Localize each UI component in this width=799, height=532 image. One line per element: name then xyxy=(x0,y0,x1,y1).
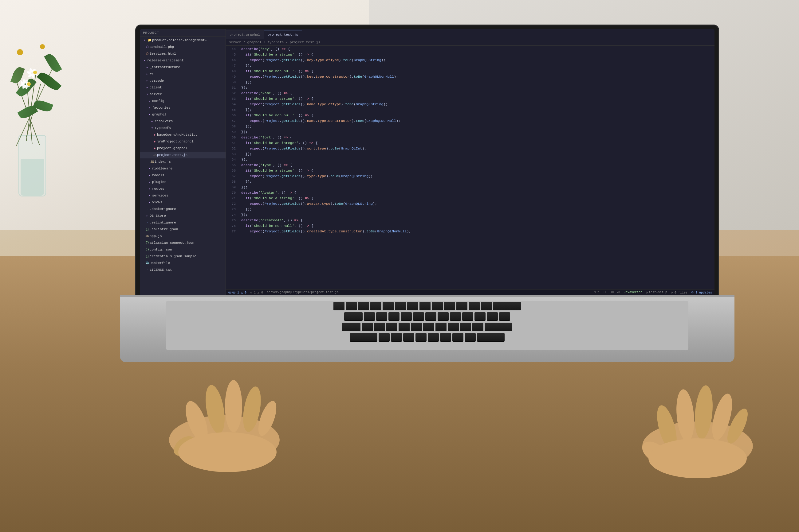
tree-item-middleware[interactable]: ▸ middleware xyxy=(140,165,225,172)
key[interactable] xyxy=(456,302,468,310)
key[interactable] xyxy=(435,323,447,331)
tree-item-atlassian[interactable]: {} atlassian-connect.json xyxy=(140,240,225,246)
tree-item-sendmail[interactable]: ⬡ sendmail.php xyxy=(140,43,225,50)
key[interactable] xyxy=(462,312,473,321)
key[interactable] xyxy=(358,302,369,310)
key[interactable] xyxy=(481,302,492,310)
tree-item-release[interactable]: ▾ release-management xyxy=(140,57,225,64)
tree-item-factories[interactable]: ▸ factories xyxy=(140,104,225,111)
key[interactable] xyxy=(383,302,394,310)
laptop: PROJECT ▾ 📁 product-release-management- … xyxy=(135,24,719,362)
tree-item-config-json[interactable]: {} config.json xyxy=(140,246,225,253)
tree-item-models[interactable]: ▸ models xyxy=(140,172,225,179)
key[interactable] xyxy=(469,302,480,310)
folder-icon: ▸ xyxy=(145,65,150,70)
tree-item-services-html[interactable]: ⬡ Services.html xyxy=(140,50,225,57)
key[interactable] xyxy=(411,323,422,331)
key[interactable] xyxy=(374,323,385,331)
key-backspace[interactable] xyxy=(493,302,521,310)
key[interactable] xyxy=(452,333,464,342)
tree-item-label: DB_Store xyxy=(150,214,166,217)
key-enter[interactable] xyxy=(485,323,512,331)
key[interactable] xyxy=(460,323,471,331)
tree-item-index[interactable]: JS index.js xyxy=(140,158,225,165)
tree-item-plugins[interactable]: ▸ plugins xyxy=(140,179,225,185)
key[interactable] xyxy=(425,312,436,321)
key[interactable] xyxy=(432,302,443,310)
key[interactable] xyxy=(472,323,484,331)
vase xyxy=(18,135,46,196)
tree-item-dockerignore[interactable]: · .dockerignore xyxy=(140,206,225,212)
tree-item-dockerfile[interactable]: 🐳 Dockerfile xyxy=(140,260,225,266)
key[interactable] xyxy=(440,333,451,342)
tree-item-server[interactable]: ▾ server xyxy=(140,91,225,98)
key[interactable] xyxy=(370,302,381,310)
key[interactable] xyxy=(379,333,390,342)
key[interactable] xyxy=(423,323,434,331)
tree-item-credentials[interactable]: {} credentials.json.sample xyxy=(140,253,225,260)
tree-item-config[interactable]: ▸ config xyxy=(140,98,225,104)
key[interactable] xyxy=(450,312,461,321)
key[interactable] xyxy=(428,333,439,342)
key[interactable] xyxy=(391,333,402,342)
key[interactable] xyxy=(487,312,498,321)
key-caps[interactable] xyxy=(342,323,361,331)
key[interactable] xyxy=(395,302,406,310)
tree-item-views[interactable]: ▸ views xyxy=(140,199,225,206)
tree-item-app-js[interactable]: JS app.js xyxy=(140,233,225,240)
tree-item-routes[interactable]: ▸ routes xyxy=(140,185,225,192)
key[interactable] xyxy=(419,302,431,310)
tree-item-project-graphql[interactable]: ◈ project.graphql xyxy=(140,145,225,152)
file-explorer-sidebar: PROJECT ▾ 📁 product-release-management- … xyxy=(140,29,226,295)
key[interactable] xyxy=(401,312,412,321)
key[interactable] xyxy=(444,302,455,310)
code-line-45: it('Should be a string', () => { xyxy=(241,52,714,57)
key[interactable] xyxy=(388,312,399,321)
tree-item-vscode[interactable]: ▸ .vscode xyxy=(140,77,225,84)
key[interactable] xyxy=(438,312,449,321)
key-shift-right[interactable] xyxy=(477,333,505,342)
key[interactable] xyxy=(474,312,486,321)
key[interactable] xyxy=(376,312,387,321)
code-line-71: it('Should be a string', () => { xyxy=(241,195,714,201)
folder-icon: ▸ xyxy=(147,98,152,103)
tree-item-label: resolvers xyxy=(155,119,173,123)
tree-item-typedefs[interactable]: ▾ typeDefs xyxy=(140,125,225,131)
key[interactable] xyxy=(416,333,426,342)
key[interactable] xyxy=(386,323,397,331)
tree-item-eslintignore[interactable]: · .eslintignore xyxy=(140,219,225,226)
tree-item-infra[interactable]: ▸ _infrastructure xyxy=(140,64,225,71)
tab-project-test[interactable]: project.test.js xyxy=(264,30,302,39)
tree-item-jra[interactable]: ◈ jraProject.graphql xyxy=(140,138,225,145)
tree-item-eslintrc[interactable]: {} .eslintrc.json xyxy=(140,226,225,233)
key-tab[interactable] xyxy=(344,312,363,321)
tree-item-product-release[interactable]: ▾ 📁 product-release-management- xyxy=(140,37,225,43)
key[interactable] xyxy=(499,312,510,321)
key[interactable] xyxy=(403,333,414,342)
tree-item-license[interactable]: · LICENSE.txt xyxy=(140,266,225,273)
key[interactable] xyxy=(448,323,459,331)
key-shift-left[interactable] xyxy=(350,333,377,342)
key[interactable] xyxy=(399,323,410,331)
key[interactable] xyxy=(346,302,357,310)
code-content[interactable]: 4445464748 4950515253 5455565758 5960616… xyxy=(226,46,714,289)
key[interactable] xyxy=(413,312,424,321)
key[interactable] xyxy=(407,302,418,310)
tree-item-services[interactable]: ▸ services xyxy=(140,192,225,199)
code-line-55: }); xyxy=(241,107,714,113)
tree-item-label: index.js xyxy=(155,160,171,164)
key[interactable] xyxy=(333,302,345,310)
tree-item-client[interactable]: ▸ client xyxy=(140,84,225,91)
key[interactable] xyxy=(362,323,373,331)
tree-item-api[interactable]: ▸ #! xyxy=(140,71,225,77)
key[interactable] xyxy=(465,333,476,342)
tree-item-db-store[interactable]: ▸ DB_Store xyxy=(140,212,225,219)
key[interactable] xyxy=(364,312,375,321)
tree-item-graphql[interactable]: ▾ graphql xyxy=(140,111,225,118)
tree-item-project-test[interactable]: JS project.test.js xyxy=(140,152,225,158)
code-line-44: describe('Key', () => { xyxy=(241,46,714,52)
utf8-text: UTF-8 xyxy=(611,291,620,294)
tree-item-base-query[interactable]: ◈ baseQueryAndMutati.. xyxy=(140,131,225,138)
tree-item-resolvers[interactable]: ▸ resolvers xyxy=(140,118,225,125)
tab-project-graphql[interactable]: project.graphql xyxy=(226,30,264,39)
